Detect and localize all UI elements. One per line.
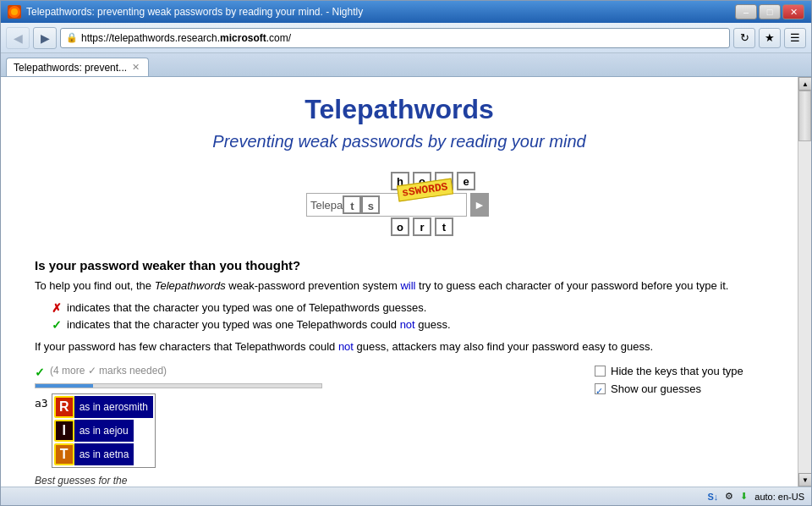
guess-letter-1: I xyxy=(54,420,74,442)
logo-tile-r: r xyxy=(413,217,431,236)
forward-button[interactable]: ▶ xyxy=(33,27,57,49)
window-title: Telepathwords: preventing weak passwords… xyxy=(26,6,730,18)
bullet-item-1: ✗ indicates that the character you typed… xyxy=(52,301,764,315)
brand-name-italic: Telepathwords xyxy=(155,279,226,292)
show-guesses-label: Show our guesses xyxy=(611,382,701,395)
minimize-button[interactable]: – xyxy=(735,4,757,19)
progress-bar-fill xyxy=(36,384,93,388)
browser-window: Telepathwords: preventing weak passwords… xyxy=(0,0,812,506)
x-mark-icon: ✗ xyxy=(52,301,62,315)
page-subtitle: Preventing weak passwords by reading you… xyxy=(35,132,764,151)
title-bar: Telepathwords: preventing weak passwords… xyxy=(1,1,811,23)
svg-point-1 xyxy=(11,8,18,15)
show-guesses-checkbox[interactable]: ✓ xyxy=(595,383,606,394)
status-icon-s: S↓ xyxy=(707,492,718,502)
status-lang: auto: en-US xyxy=(754,492,804,502)
demo-right: Hide the keys that you type ✓ Show our g… xyxy=(595,365,764,400)
logo-arrow-button[interactable]: ► xyxy=(470,193,489,217)
demo-left: ✓ (4 more ✓ marks needed) a3 R as in aer… xyxy=(35,365,561,487)
scroll-up-button[interactable]: ▲ xyxy=(798,77,811,91)
toolbar: ◀ ▶ 🔒 https://telepathwords.research.mic… xyxy=(1,23,811,53)
guess-item-0: R as in aerosmith xyxy=(54,396,153,418)
password-input-row: a3 R as in aerosmith I as in aejou xyxy=(35,393,561,468)
star-button[interactable]: ★ xyxy=(759,28,781,48)
browser-content: Telepathwords Preventing weak passwords … xyxy=(1,77,811,487)
check-mark-icon: ✓ xyxy=(52,318,62,332)
guess-box: R as in aerosmith I as in aejou T as in … xyxy=(52,393,156,468)
scrollbar: ▲ ▼ xyxy=(798,77,811,487)
hide-keys-checkbox[interactable] xyxy=(595,366,606,377)
scroll-down-button[interactable]: ▼ xyxy=(798,473,811,487)
logo-input: Telepa t s xyxy=(306,193,467,217)
bullet-1-text: indicates that the character you typed w… xyxy=(67,301,426,314)
hide-keys-label: Hide the keys that you type xyxy=(611,365,743,377)
logo-tile-e: e xyxy=(457,172,475,190)
guess-item-1: I as in aejou xyxy=(54,420,153,442)
status-icon-download: ⬇ xyxy=(740,491,748,502)
address-bar[interactable]: 🔒 https://telepathwords.research.microso… xyxy=(60,28,730,48)
show-guesses-row: ✓ Show our guesses xyxy=(595,382,764,395)
check-mark-progress: ✓ xyxy=(35,366,45,379)
hide-keys-row: Hide the keys that you type xyxy=(595,365,764,377)
content-section: Is your password weaker than you thought… xyxy=(35,258,764,355)
status-icon-gear: ⚙ xyxy=(725,491,733,502)
logo-tile-t: t xyxy=(435,217,453,236)
scroll-thumb[interactable] xyxy=(798,91,811,141)
menu-button[interactable]: ☰ xyxy=(784,28,806,48)
best-guesses-label: Best guesses for thenext key you'll type xyxy=(35,475,561,487)
bullet-2-text: indicates that the character you typed w… xyxy=(67,318,451,331)
guess-text-2: as in aetna xyxy=(74,443,134,465)
intro-text: To help you find out, the Telepathwords … xyxy=(35,278,764,294)
browser-icon xyxy=(8,5,21,19)
close-button[interactable]: ✕ xyxy=(782,4,804,19)
section-heading: Is your password weaker than you thought… xyxy=(35,258,764,272)
page-area: Telepathwords Preventing weak passwords … xyxy=(1,77,798,487)
guess-item-2: T as in aetna xyxy=(54,443,153,465)
maximize-button[interactable]: □ xyxy=(759,4,781,19)
demo-area: ✓ (4 more ✓ marks needed) a3 R as in aer… xyxy=(35,365,764,487)
password-prefix: a3 xyxy=(35,393,48,410)
footer-text: If your password has few characters that… xyxy=(35,338,764,355)
status-bar: S↓ ⚙ ⬇ auto: en-US xyxy=(1,487,811,505)
guess-letter-2: T xyxy=(54,443,74,465)
page-title: Telepathwords xyxy=(35,94,764,125)
logo-area: h o n e o r t Telepa t s sSWORDS xyxy=(35,165,764,241)
tab-close-button[interactable]: ✕ xyxy=(132,62,140,73)
bullet-list: ✗ indicates that the character you typed… xyxy=(52,301,764,332)
tab-label: Telepathwords: prevent... xyxy=(14,62,127,74)
refresh-button[interactable]: ↻ xyxy=(733,28,755,48)
scroll-track[interactable] xyxy=(798,91,811,473)
progress-label: (4 more ✓ marks needed) xyxy=(50,365,167,377)
progress-bar-container xyxy=(35,383,322,388)
back-button[interactable]: ◀ xyxy=(6,27,30,49)
guess-text-1: as in aejou xyxy=(74,420,134,442)
logo-tile-o2: o xyxy=(391,217,409,236)
tab-bar: Telepathwords: prevent... ✕ xyxy=(1,53,811,77)
toolbar-right: ↻ ★ ☰ xyxy=(733,28,806,48)
lock-icon: 🔒 xyxy=(66,32,78,43)
bullet-item-2: ✓ indicates that the character you typed… xyxy=(52,318,764,332)
url-display: https://telepathwords.research.microsoft… xyxy=(81,32,291,44)
guess-letter-0: R xyxy=(54,396,74,418)
window-controls: – □ ✕ xyxy=(735,4,804,19)
active-tab[interactable]: Telepathwords: prevent... ✕ xyxy=(6,58,149,76)
progress-row: ✓ (4 more ✓ marks needed) xyxy=(35,365,561,380)
guess-text-0: as in aerosmith xyxy=(74,396,153,418)
